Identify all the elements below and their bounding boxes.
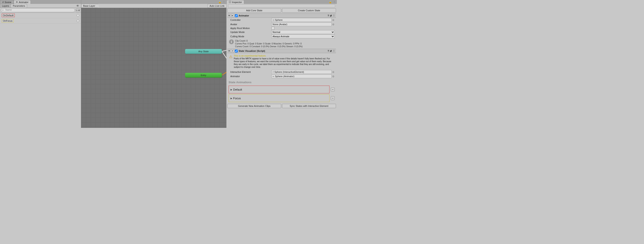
breadcrumb-base-layer[interactable]: Base Layer xyxy=(81,4,98,8)
param-row[interactable]: OnDefault xyxy=(0,13,81,18)
remove-state-button[interactable]: − xyxy=(331,96,335,100)
update-mode-select[interactable]: Normal xyxy=(272,30,335,34)
create-custom-state-button[interactable]: Create Custom State xyxy=(282,8,336,13)
info-icon: i xyxy=(229,40,234,44)
remove-state-button[interactable]: − xyxy=(331,88,335,91)
add-core-state-button[interactable]: Add Core State xyxy=(227,8,281,13)
state-default[interactable]: ▶Default xyxy=(228,86,330,93)
preset-icon[interactable]: ⇄ xyxy=(330,14,332,17)
animator-graph[interactable]: Any State Entry Default Focus xyxy=(81,8,226,128)
node-any-state[interactable]: Any State xyxy=(185,49,222,54)
lock-icon[interactable]: 🔒 xyxy=(329,1,332,4)
clip-info: Clip Count: 0 Curves Pos: 0 Quat: 0 Eule… xyxy=(235,40,303,48)
menu-icon[interactable]: ⋮ xyxy=(223,1,225,4)
avatar-field[interactable]: None (Avatar) xyxy=(272,22,332,26)
menu-icon[interactable]: ⋮ xyxy=(333,1,336,4)
menu-icon[interactable]: ⋮ xyxy=(333,50,335,53)
state-animations-header: State Animations xyxy=(227,78,336,85)
param-onfocus: OnFocus xyxy=(2,19,14,23)
object-picker-icon[interactable]: ⊙ xyxy=(332,23,335,26)
foldout-icon[interactable]: ▼ xyxy=(228,15,230,17)
lock-icon[interactable]: 🔒 xyxy=(218,1,222,4)
foldout-icon[interactable]: ▼ xyxy=(228,50,230,52)
culling-mode-label: Culling Mode xyxy=(230,35,272,38)
param-toggle[interactable] xyxy=(77,14,79,17)
sync-states-button[interactable]: Sync States with Interactive Element xyxy=(282,104,336,108)
root-motion-checkbox[interactable] xyxy=(272,27,274,30)
interactive-element-field[interactable]: #Sphere (InteractiveElement) xyxy=(272,70,332,74)
update-mode-label: Update Mode xyxy=(230,31,272,33)
root-motion-label: Apply Root Motion xyxy=(230,27,272,30)
param-row[interactable]: OnFocus xyxy=(0,18,81,24)
component-title: Animator xyxy=(238,14,249,17)
generate-clips-button[interactable]: Generate New Animation Clips xyxy=(227,104,281,108)
avatar-label: Avatar xyxy=(230,23,272,26)
sv-enabled-checkbox[interactable] xyxy=(235,50,238,53)
animator-ref-label: Animator xyxy=(230,75,272,78)
tab-inspector[interactable]: ⓘInspector xyxy=(226,0,244,4)
animator-ref-field[interactable]: ⊳Sphere (Animator) xyxy=(272,74,332,78)
auto-live-link-button[interactable]: Auto Live Link xyxy=(208,4,226,8)
param-ondefault: OnDefault xyxy=(2,14,15,17)
animator-enabled-checkbox[interactable] xyxy=(235,14,238,17)
svg-line-1 xyxy=(222,51,226,67)
object-picker-icon[interactable]: ⊙ xyxy=(332,71,335,74)
controller-field[interactable]: ⊡Sphere xyxy=(272,18,332,22)
script-icon: # xyxy=(231,49,234,53)
state-focus[interactable]: ▶Focus xyxy=(228,94,330,102)
param-toggle[interactable] xyxy=(77,20,79,22)
component-title: State Visualizer (Script) xyxy=(238,50,265,52)
controller-label: Controller xyxy=(230,19,272,21)
object-picker-icon[interactable]: ⊙ xyxy=(332,75,335,78)
warning-icon: ⚠ xyxy=(229,54,232,59)
menu-icon[interactable]: ⋮ xyxy=(333,14,335,17)
interactive-element-label: Interactive Element xyxy=(230,71,272,73)
svg-line-2 xyxy=(222,53,226,75)
experimental-note: This is an experimental feature. Parts o… xyxy=(234,54,334,69)
culling-mode-select[interactable]: Always Animate xyxy=(272,35,335,38)
object-picker-icon[interactable]: ⊙ xyxy=(332,19,335,22)
help-icon[interactable]: ? xyxy=(328,14,329,17)
preset-icon[interactable]: ⇄ xyxy=(330,50,332,53)
subtab-layers[interactable]: Layers xyxy=(0,4,11,8)
tab-animator[interactable]: ⊳Animator xyxy=(14,0,31,4)
help-icon[interactable]: ? xyxy=(328,50,329,52)
search-input[interactable]: Name xyxy=(1,8,75,12)
animator-icon: ⊳ xyxy=(231,14,234,17)
tab-scene[interactable]: #Scene xyxy=(0,0,14,4)
visibility-icon[interactable]: 👁 xyxy=(76,4,79,8)
add-parameter-button[interactable]: + ▾ xyxy=(76,9,80,12)
node-entry[interactable]: Entry xyxy=(185,73,222,78)
subtab-parameters[interactable]: Parameters xyxy=(11,4,27,8)
svg-line-0 xyxy=(222,49,226,51)
